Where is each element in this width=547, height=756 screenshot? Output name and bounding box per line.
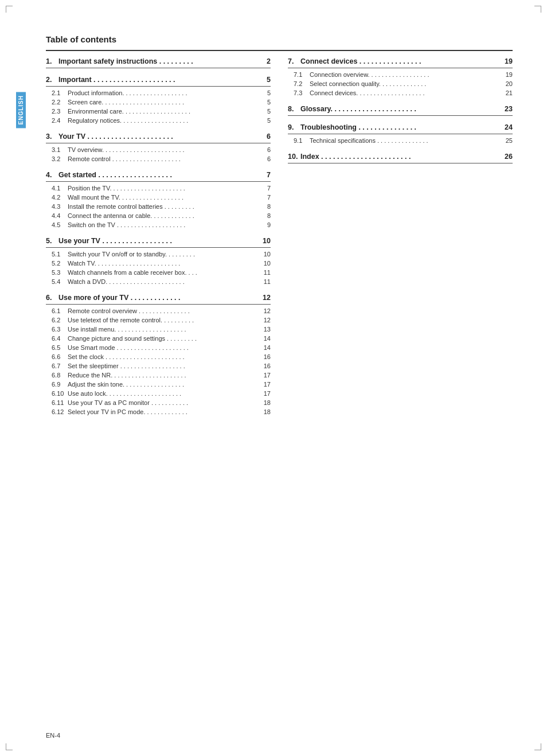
toc-sub-entry: 5.1Switch your TV on/off or to standby. … [46,250,271,259]
sub-section-page: 12 [257,307,271,314]
toc-section: 4.Get started . . . . . . . . . . . . . … [46,168,271,229]
toc-main-entry: 5.Use your TV . . . . . . . . . . . . . … [46,234,271,248]
toc-section: 1.Important safety instructions . . . . … [46,54,271,68]
toc-sub-entry: 5.3Watch channels from a cable receiver … [46,268,271,277]
toc-main-entry: 1.Important safety instructions . . . . … [46,54,271,68]
sub-section-page: 13 [257,326,271,333]
sub-section-label: Switch your TV on/off or to standby. . .… [68,251,257,258]
sub-section-page: 17 [257,372,271,379]
toc-sub-entry: 6.5Use Smart mode . . . . . . . . . . . … [46,343,271,352]
sub-section-label: Switch on the TV . . . . . . . . . . . .… [68,221,257,228]
toc-sub-entry: 6.6Set the clock . . . . . . . . . . . .… [46,352,271,361]
content-area: 1.Important safety instructions . . . . … [46,54,513,421]
section-number: 2. [46,76,58,84]
sub-section-number: 6.9 [46,381,68,388]
sub-section-page: 20 [499,80,513,87]
section-page: 24 [499,123,513,131]
toc-main-entry: 7.Connect devices . . . . . . . . . . . … [288,54,513,68]
sub-section-number: 6.7 [46,363,68,369]
sub-section-label: Product information. . . . . . . . . . .… [68,89,257,96]
toc-section: 9.Troubleshooting . . . . . . . . . . . … [288,120,513,145]
toc-sub-entry: 7.1Connection overview. . . . . . . . . … [288,70,513,79]
sub-section-label: Change picture and sound settings . . . … [68,335,257,342]
section-number: 5. [46,237,58,245]
sub-section-number: 7.3 [288,89,310,96]
sub-section-label: Remote control . . . . . . . . . . . . .… [68,155,257,162]
sub-section-number: 2.4 [46,117,68,124]
sub-section-number: 6.5 [46,344,68,351]
corner-tr [534,6,541,13]
sub-section-page: 10 [257,260,271,267]
toc-section: 6.Use more of your TV . . . . . . . . . … [46,291,271,416]
section-number: 10. [288,153,300,161]
sub-section-label: Watch a DVD. . . . . . . . . . . . . . .… [68,278,257,285]
toc-sub-entry: 4.3Install the remote control batteries … [46,202,271,211]
toc-section: 7.Connect devices . . . . . . . . . . . … [288,54,513,98]
sub-section-number: 6.2 [46,317,68,324]
sub-section-label: Watch channels from a cable receiver box… [68,269,257,276]
toc-sub-entry: 5.4Watch a DVD. . . . . . . . . . . . . … [46,277,271,286]
section-page: 5 [257,76,271,84]
side-label: ENGLISH [16,92,26,128]
section-number: 1. [46,57,58,65]
sub-section-number: 3.2 [46,155,68,162]
sub-section-page: 14 [257,344,271,351]
sub-section-label: Use Smart mode . . . . . . . . . . . . .… [68,344,257,351]
sub-section-number: 5.1 [46,251,68,258]
sub-section-page: 5 [257,99,271,106]
sub-section-label: Adjust the skin tone. . . . . . . . . . … [68,381,257,388]
toc-sub-entry: 4.5Switch on the TV . . . . . . . . . . … [46,220,271,229]
section-page: 12 [257,294,271,302]
sub-section-page: 8 [257,212,271,219]
sub-section-page: 18 [257,399,271,406]
sub-section-page: 6 [257,155,271,162]
sub-section-number: 2.2 [46,99,68,106]
sub-section-label: Select your TV in PC mode. . . . . . . .… [68,408,257,415]
sub-section-page: 19 [499,71,513,78]
sub-section-number: 6.6 [46,353,68,360]
sub-section-page: 10 [257,251,271,258]
corner-br [534,743,541,750]
toc-sub-entry: 3.1TV overview. . . . . . . . . . . . . … [46,145,271,154]
section-label: Important safety instructions . . . . . … [58,57,257,65]
sub-section-label: Use install menu. . . . . . . . . . . . … [68,326,257,333]
toc-sub-entry: 6.8Reduce the NR. . . . . . . . . . . . … [46,371,271,380]
sub-section-label: Reduce the NR. . . . . . . . . . . . . .… [68,372,257,379]
sub-section-page: 12 [257,317,271,324]
sub-section-page: 18 [257,408,271,415]
sub-section-page: 11 [257,269,271,276]
sub-section-page: 7 [257,194,271,201]
sub-section-label: Wall mount the TV. . . . . . . . . . . .… [68,194,257,201]
right-column: 7.Connect devices . . . . . . . . . . . … [288,54,513,421]
toc-sub-entry: 2.3Environmental care. . . . . . . . . .… [46,107,271,116]
sub-section-number: 6.10 [46,390,68,397]
section-label: Glossary. . . . . . . . . . . . . . . . … [300,105,499,113]
toc-main-entry: 8.Glossary. . . . . . . . . . . . . . . … [288,102,513,116]
sub-section-label: Use teletext of the remote control. . . … [68,317,257,324]
toc-sub-entry: 4.2Wall mount the TV. . . . . . . . . . … [46,193,271,202]
sub-section-page: 8 [257,203,271,210]
sub-section-number: 3.1 [46,146,68,153]
sub-section-number: 6.11 [46,399,68,406]
toc-sub-entry: 6.12Select your TV in PC mode. . . . . .… [46,407,271,416]
section-label: Troubleshooting . . . . . . . . . . . . … [300,123,499,131]
section-number: 8. [288,105,300,113]
sub-section-number: 6.4 [46,335,68,342]
toc-section: 5.Use your TV . . . . . . . . . . . . . … [46,234,271,286]
sub-section-label: TV overview. . . . . . . . . . . . . . .… [68,146,257,153]
sub-section-label: Install the remote control batteries . .… [68,203,257,210]
toc-sub-entry: 6.3Use install menu. . . . . . . . . . .… [46,325,271,334]
sub-section-label: Select connection quality. . . . . . . .… [310,80,499,87]
sub-section-page: 17 [257,381,271,388]
sub-section-page: 5 [257,89,271,96]
toc-main-entry: 4.Get started . . . . . . . . . . . . . … [46,168,271,182]
left-column: 1.Important safety instructions . . . . … [46,54,271,421]
section-page: 26 [499,153,513,161]
toc-sub-entry: 2.1Product information. . . . . . . . . … [46,88,271,98]
sub-section-label: Set the clock . . . . . . . . . . . . . … [68,353,257,360]
sub-section-number: 4.4 [46,212,68,219]
section-label: Index . . . . . . . . . . . . . . . . . … [300,153,499,161]
section-label: Important . . . . . . . . . . . . . . . … [58,76,257,84]
toc-main-entry: 6.Use more of your TV . . . . . . . . . … [46,291,271,305]
sub-section-label: Remote control overview . . . . . . . . … [68,307,257,314]
